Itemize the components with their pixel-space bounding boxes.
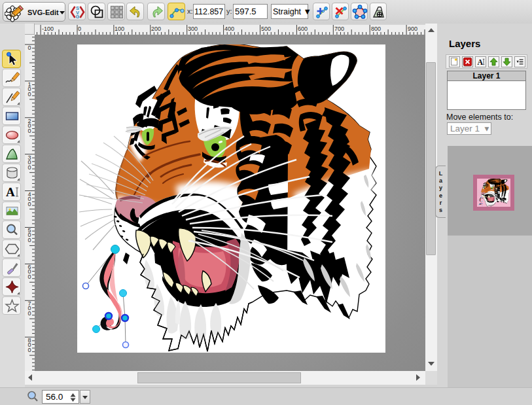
svg-text:A: A [6,185,15,199]
svg-text:A: A [478,58,484,67]
svg-text:G: G [76,14,80,20]
svg-text:600: 600 [27,264,31,280]
svg-text:800: 800 [27,337,31,353]
svg-text:200: 200 [27,118,31,134]
svg-text:800: 800 [371,26,381,32]
svg-text:600: 600 [298,26,308,32]
svg-text:300: 300 [27,154,31,171]
svg-text:100: 100 [27,81,31,97]
svg-text:700: 700 [334,26,344,32]
svg-text:100: 100 [115,26,124,32]
svg-text:500: 500 [261,26,271,32]
svg-text:400: 400 [224,26,234,32]
svg-text:400: 400 [27,191,31,207]
svg-text:200: 200 [151,26,161,32]
svg-text:0: 0 [78,26,81,32]
svg-text:900: 900 [408,26,417,32]
svg-text:0: 0 [27,44,31,51]
svg-text:700: 700 [27,300,31,317]
svg-text:300: 300 [188,26,198,32]
svg-text:500: 500 [27,227,31,243]
svg-text:-100: -100 [42,26,54,32]
